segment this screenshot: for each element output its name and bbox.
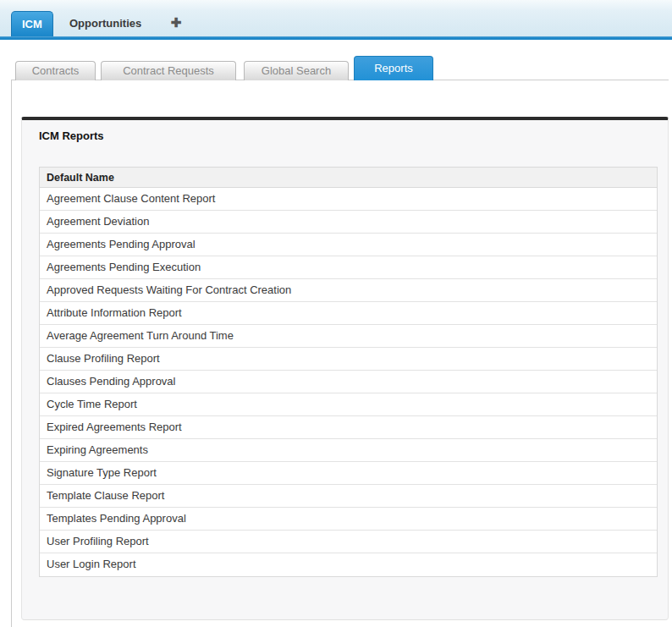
report-row[interactable]: User Profiling Report [40,531,657,553]
report-row[interactable]: Expired Agreements Report [40,416,657,439]
report-row[interactable]: Templates Pending Approval [40,508,657,531]
tab-contracts[interactable]: Contracts [15,61,96,80]
panel-title: ICM Reports [39,129,104,142]
report-row[interactable]: Cycle Time Report [40,393,657,416]
report-row[interactable]: Agreement Clause Content Report [40,188,657,211]
icm-reports-panel: ICM Reports Default Name Agreement Claus… [21,117,669,620]
app-tab-bar-underline [0,36,672,40]
report-row[interactable]: Expiring Agreements [40,439,657,462]
report-row[interactable]: User Login Report [40,553,657,576]
plus-icon: ✚ [171,15,182,30]
tab-contract-requests[interactable]: Contract Requests [101,61,236,80]
report-row[interactable]: Clause Profiling Report [40,348,657,371]
report-row[interactable]: Attribute Information Report [40,302,657,325]
report-row[interactable]: Signature Type Report [40,462,657,485]
report-row[interactable]: Average Agreement Turn Around Time [40,325,657,348]
report-row[interactable]: Agreement Deviation [40,211,657,234]
tab-reports[interactable]: Reports [354,56,433,80]
add-tab-button[interactable]: ✚ [166,11,186,35]
report-row[interactable]: Agreements Pending Approval [40,234,657,256]
table-header-default-name: Default Name [40,168,657,188]
tab-icm[interactable]: ICM [11,11,53,36]
reports-table: Default Name Agreement Clause Content Re… [39,167,658,577]
tab-opportunities[interactable]: Opportunities [61,11,150,36]
report-row[interactable]: Agreements Pending Execution [40,256,657,279]
report-row[interactable]: Template Clause Report [40,485,657,508]
report-row[interactable]: Approved Requests Waiting For Contract C… [40,279,657,302]
report-row[interactable]: Clauses Pending Approval [40,371,657,393]
tab-global-search[interactable]: Global Search [244,61,349,80]
